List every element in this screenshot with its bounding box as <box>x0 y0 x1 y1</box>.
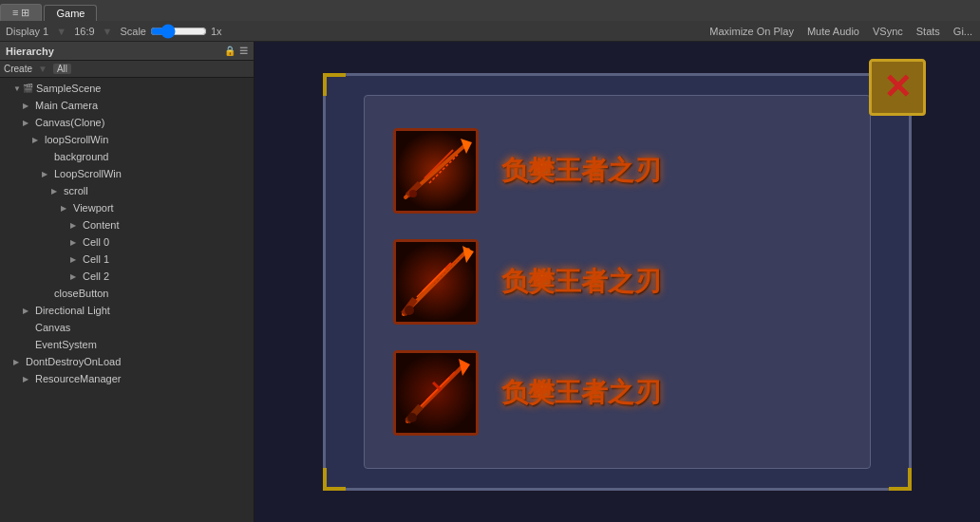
weapon-svg-2 <box>396 353 476 433</box>
hierarchy-canvas-clone[interactable]: ▶ Canvas(Clone) <box>0 114 254 131</box>
mute-audio-btn[interactable]: Mute Audio <box>805 26 861 37</box>
aspect-label: 16:9 <box>74 26 94 37</box>
item-image-1 <box>393 239 479 325</box>
close-x-icon: ✕ <box>883 70 912 104</box>
canvas-clone-label: Canvas(Clone) <box>35 117 104 128</box>
hierarchy-resource-manager[interactable]: ▶ ResourceManager <box>0 370 254 387</box>
list-item-1[interactable]: 负樊王者之刃 <box>393 239 841 325</box>
hierarchy-event-system[interactable]: EventSystem <box>0 336 254 353</box>
content-label: Content <box>83 219 120 231</box>
loop-scroll-win-label: loopScrollWin <box>45 134 108 145</box>
hierarchy-header-left: Hierarchy <box>6 46 54 57</box>
stats-btn[interactable]: Stats <box>914 26 942 37</box>
scene-arrow: ▼ <box>13 84 23 93</box>
hierarchy-dont-destroy[interactable]: ▶ DontDestroyOnLoad <box>0 353 254 370</box>
scroll-list[interactable]: 负樊王者之刃 <box>364 95 871 469</box>
corner-bottom-left <box>323 468 346 491</box>
gizmos-btn[interactable]: Gi... <box>952 26 974 37</box>
svg-point-19 <box>407 413 417 422</box>
hierarchy-title: Hierarchy <box>6 46 54 57</box>
canvas-label: Canvas <box>35 322 70 333</box>
hierarchy-toolbar: Create ▼ All <box>0 61 254 78</box>
scene-icon: 🎬 <box>23 84 33 93</box>
tab-game-label: Game <box>56 8 85 19</box>
hierarchy-header-icons: 🔒 ☰ <box>224 46 248 56</box>
close-button-label: closeButton <box>54 288 108 299</box>
game-view: ✕ <box>254 42 980 522</box>
cell-0-label: Cell 0 <box>83 236 109 248</box>
hierarchy-close-button[interactable]: closeButton <box>0 285 254 302</box>
maximize-on-play-btn[interactable]: Maximize On Play <box>707 26 796 37</box>
hierarchy-content[interactable]: ▶ Content <box>0 216 254 233</box>
hierarchy-directional-light[interactable]: ▶ Directional Light <box>0 302 254 319</box>
tab-hierarchy-label: ≡ ⊞ <box>12 7 29 18</box>
hierarchy-scroll[interactable]: ▶ scroll <box>0 182 254 199</box>
camera-label: Main Camera <box>35 100 98 111</box>
cell-1-label: Cell 1 <box>83 253 109 265</box>
scale-text: Scale <box>120 26 146 37</box>
hierarchy-loop-scroll-win2[interactable]: ▶ LoopScrollWin <box>0 165 254 182</box>
create-button[interactable]: Create <box>4 64 32 74</box>
background-label: background <box>54 151 109 162</box>
scale-slider[interactable] <box>150 24 207 39</box>
vsync-btn[interactable]: VSync <box>871 26 905 37</box>
viewport-label: Viewport <box>73 202 114 214</box>
game-toolbar: Display 1 ▼ 16:9 ▼ Scale 1x Maximize On … <box>0 21 980 42</box>
resource-manager-label: ResourceManager <box>35 373 122 384</box>
event-system-label: EventSystem <box>35 339 97 350</box>
scale-control: Scale 1x <box>120 24 221 39</box>
item-label-1: 负樊王者之刃 <box>501 264 661 300</box>
item-image-2 <box>393 350 479 436</box>
cell-2-label: Cell 2 <box>83 270 109 282</box>
hierarchy-tree: ▼ 🎬 SampleScene ▶ Main Camera ▶ Canvas(C… <box>0 78 254 522</box>
hierarchy-canvas[interactable]: Canvas <box>0 319 254 336</box>
all-button[interactable]: All <box>53 64 71 74</box>
scene-root[interactable]: ▼ 🎬 SampleScene <box>0 80 254 97</box>
scene-name: SampleScene <box>36 83 102 94</box>
corner-top-left <box>323 73 346 96</box>
weapon-svg-0 <box>396 131 476 211</box>
game-panel: ✕ <box>323 73 912 491</box>
svg-point-11 <box>405 306 414 315</box>
dont-destroy-label: DontDestroyOnLoad <box>26 356 121 367</box>
item-image-0 <box>393 128 479 214</box>
hierarchy-loop-scroll-win[interactable]: ▶ loopScrollWin <box>0 131 254 148</box>
close-panel-button[interactable]: ✕ <box>869 59 926 116</box>
hierarchy-cell-0[interactable]: ▶ Cell 0 <box>0 233 254 251</box>
weapon-svg-1 <box>396 242 476 322</box>
item-label-2: 负樊王者之刃 <box>501 375 661 411</box>
main-layout: Hierarchy 🔒 ☰ Create ▼ All ▼ 🎬 SampleSce… <box>0 42 980 522</box>
toolbar-right: Maximize On Play Mute Audio VSync Stats … <box>707 26 974 37</box>
item-label-0: 负樊王者之刃 <box>501 153 661 189</box>
hierarchy-panel: Hierarchy 🔒 ☰ Create ▼ All ▼ 🎬 SampleSce… <box>0 42 254 522</box>
hierarchy-background[interactable]: background <box>0 148 254 165</box>
svg-point-4 <box>409 190 417 197</box>
hierarchy-header: Hierarchy 🔒 ☰ <box>0 42 254 61</box>
tab-hierarchy-scene[interactable]: ≡ ⊞ <box>0 4 42 21</box>
list-item-2[interactable]: 负樊王者之刃 <box>393 350 841 436</box>
hierarchy-cell-1[interactable]: ▶ Cell 1 <box>0 251 254 268</box>
camera-arrow: ▶ <box>23 102 32 110</box>
loop-scroll-win2-label: LoopScrollWin <box>54 168 122 179</box>
hierarchy-viewport[interactable]: ▶ Viewport <box>0 199 254 216</box>
scale-value: 1x <box>211 26 222 37</box>
menu-icon[interactable]: ☰ <box>239 46 248 56</box>
sep2: ▼ <box>103 26 113 37</box>
top-tab-bar: ≡ ⊞ Game <box>0 0 980 21</box>
list-item-0[interactable]: 负樊王者之刃 <box>393 128 841 214</box>
scroll-label: scroll <box>64 185 88 196</box>
lock-icon[interactable]: 🔒 <box>224 46 236 56</box>
display-label: Display 1 <box>6 26 48 37</box>
dir-light-label: Directional Light <box>35 305 110 316</box>
hierarchy-main-camera[interactable]: ▶ Main Camera <box>0 97 254 114</box>
hierarchy-cell-2[interactable]: ▶ Cell 2 <box>0 268 254 285</box>
tab-game[interactable]: Game <box>44 5 97 21</box>
corner-bottom-right <box>889 468 912 491</box>
sep1: ▼ <box>56 26 66 37</box>
